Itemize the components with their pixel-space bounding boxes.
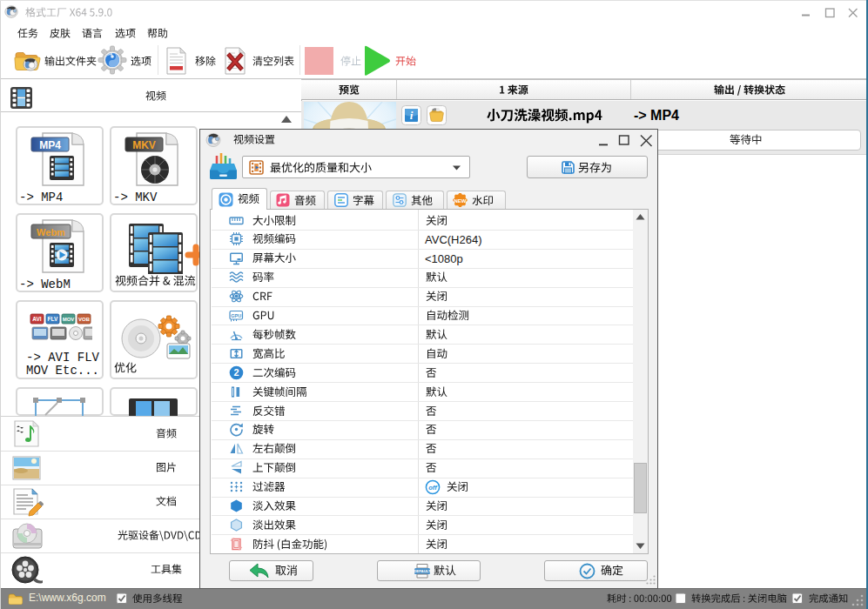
svg-text:off: off [428,483,438,491]
svg-text:MKV: MKV [132,139,156,151]
svg-text:2: 2 [233,367,239,378]
svg-text:DEFAULT: DEFAULT [414,569,431,573]
svg-text:i: i [410,109,414,122]
svg-text:AVI: AVI [32,316,42,322]
svg-text:FLV: FLV [48,316,58,322]
svg-text:NEW: NEW [454,198,467,204]
svg-text:MOV: MOV [63,317,75,322]
svg-text:MP4: MP4 [39,139,61,151]
svg-text:VOB: VOB [78,317,91,322]
svg-text:Webm: Webm [37,227,65,238]
svg-text:GPU: GPU [231,313,241,318]
